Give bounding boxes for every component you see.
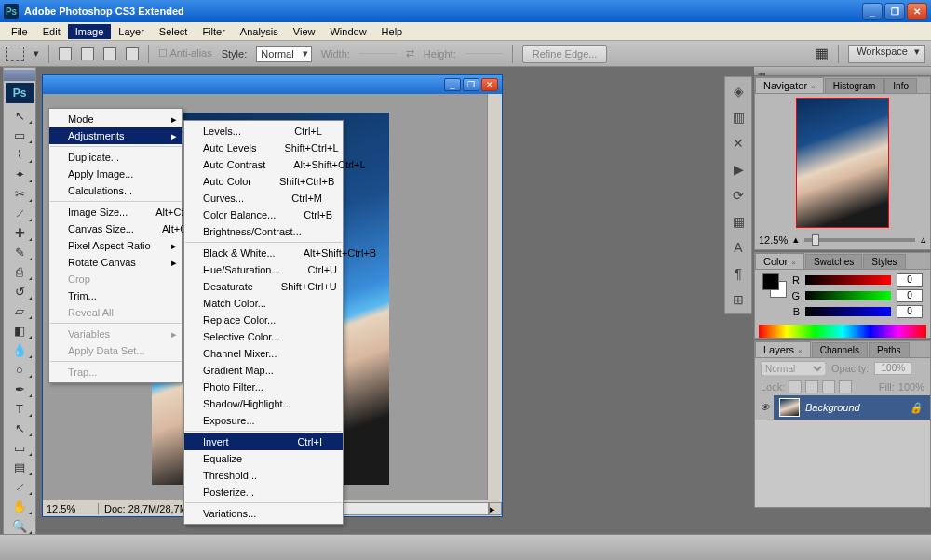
intersect-selection-icon[interactable] [126, 47, 139, 60]
menu-item-auto-contrast[interactable]: Auto ContrastAlt+Shift+Ctrl+L [184, 156, 343, 173]
go-to-bridge-icon[interactable]: ▦ [815, 45, 829, 62]
vertical-scrollbar[interactable] [487, 94, 502, 500]
paragraph-icon[interactable]: ¶ [726, 261, 750, 286]
color-spectrum[interactable] [759, 325, 926, 338]
g-slider[interactable] [805, 291, 891, 300]
layer-item-background[interactable]: 👁 Background 🔒 [755, 395, 930, 420]
layer-comps-icon[interactable]: ⊞ [726, 287, 750, 312]
menu-item-selective-color[interactable]: Selective Color... [184, 328, 343, 345]
menu-item-calculations[interactable]: Calculations... [49, 182, 182, 199]
actions-icon[interactable]: ▶ [726, 157, 750, 181]
wand-tool[interactable]: ✦ [7, 165, 33, 183]
menu-item-photo-filter[interactable]: Photo Filter... [184, 379, 343, 395]
navigator-thumbnail[interactable] [796, 98, 889, 228]
menu-item-color-balance[interactable]: Color Balance...Ctrl+B [184, 207, 343, 223]
navigator-zoom-value[interactable]: 12.5% [759, 234, 788, 246]
b-value[interactable]: 0 [897, 305, 923, 318]
menu-view[interactable]: View [286, 24, 323, 39]
menu-item-levels[interactable]: Levels...Ctrl+L [184, 123, 343, 140]
menu-item-match-color[interactable]: Match Color... [184, 295, 343, 312]
blur-tool[interactable]: 💧 [7, 340, 33, 359]
tab-info[interactable]: Info [884, 78, 917, 93]
slice-tool[interactable]: ⟋ [7, 204, 33, 222]
lock-position-icon[interactable] [822, 380, 835, 393]
subtract-selection-icon[interactable] [103, 47, 116, 60]
menu-item-hue-saturation[interactable]: Hue/Saturation...Ctrl+U [184, 261, 343, 278]
tab-color[interactable]: Color× [755, 253, 804, 269]
tab-swatches[interactable]: Swatches [805, 254, 862, 269]
lock-transparent-icon[interactable] [789, 380, 802, 393]
menu-item-curves[interactable]: Curves...Ctrl+M [184, 190, 343, 207]
new-selection-icon[interactable] [59, 47, 72, 60]
antialias-checkbox[interactable]: ☐ Anti-alias [158, 47, 212, 60]
heal-tool[interactable]: ✚ [7, 223, 33, 242]
menu-item-apply-image[interactable]: Apply Image... [49, 166, 182, 182]
tool-presets-icon[interactable]: ▦ [726, 209, 750, 233]
menu-item-image-size[interactable]: Image Size...Alt+Ctrl+I [49, 204, 182, 220]
menu-item-pixel-aspect-ratio[interactable]: Pixel Aspect Ratio [49, 237, 182, 254]
path-tool[interactable]: ↖ [7, 419, 33, 437]
move-tool[interactable]: ↖ [7, 106, 33, 125]
b-slider[interactable] [805, 307, 891, 316]
lock-pixels-icon[interactable] [805, 380, 818, 393]
shape-tool[interactable]: ▭ [7, 438, 33, 457]
menu-item-threshold[interactable]: Threshold... [184, 467, 343, 484]
menu-item-channel-mixer[interactable]: Channel Mixer... [184, 345, 343, 362]
menu-select[interactable]: Select [152, 24, 196, 39]
doc-titlebar[interactable]: _ ❐ ✕ [43, 75, 502, 94]
add-selection-icon[interactable] [81, 47, 94, 60]
zoom-tool[interactable]: 🔍 [7, 516, 33, 535]
menu-item-duplicate[interactable]: Duplicate... [49, 149, 182, 166]
menu-layer[interactable]: Layer [111, 24, 152, 39]
visibility-eye-icon[interactable]: 👁 [755, 395, 774, 420]
menu-item-gradient-map[interactable]: Gradient Map... [184, 362, 343, 379]
close-button[interactable]: ✕ [907, 3, 927, 20]
menu-item-replace-color[interactable]: Replace Color... [184, 312, 343, 328]
layer-name[interactable]: Background [805, 402, 860, 413]
menu-item-trim[interactable]: Trim... [49, 287, 182, 304]
menu-edit[interactable]: Edit [35, 24, 68, 39]
menu-item-desaturate[interactable]: DesaturateShift+Ctrl+U [184, 278, 343, 295]
maximize-button[interactable]: ❐ [884, 3, 905, 20]
zoom-in-icon[interactable]: ▵ [921, 233, 926, 246]
menu-item-auto-color[interactable]: Auto ColorShift+Ctrl+B [184, 173, 343, 190]
menu-item-brightness-contrast[interactable]: Brightness/Contrast... [184, 223, 343, 240]
menu-item-exposure[interactable]: Exposure... [184, 412, 343, 429]
marquee-tool[interactable]: ▭ [7, 126, 33, 144]
crop-tool[interactable]: ✂ [7, 184, 33, 203]
menu-help[interactable]: Help [374, 24, 411, 39]
menu-item-auto-levels[interactable]: Auto LevelsShift+Ctrl+L [184, 140, 343, 156]
toolbox-grip[interactable] [4, 70, 35, 81]
doc-minimize-button[interactable]: _ [444, 78, 461, 91]
style-select[interactable]: Normal [256, 46, 311, 62]
menu-item-canvas-size[interactable]: Canvas Size...Alt+Ctrl+C [49, 220, 182, 237]
stamp-tool[interactable]: ⎙ [7, 262, 33, 281]
gradient-tool[interactable]: ◧ [7, 321, 33, 340]
pen-tool[interactable]: ✒ [7, 380, 33, 398]
zoom-out-icon[interactable]: ▴ [793, 233, 799, 246]
menu-item-invert[interactable]: InvertCtrl+I [184, 433, 343, 450]
workspace-button[interactable]: Workspace [848, 45, 925, 63]
menu-item-adjustments[interactable]: Adjustments [49, 127, 182, 144]
brush-tool[interactable]: ✎ [7, 243, 33, 261]
tab-channels[interactable]: Channels [812, 342, 868, 357]
zoom-field[interactable]: 12.5% [43, 503, 99, 514]
type-tool[interactable]: T [7, 399, 33, 418]
tab-paths[interactable]: Paths [869, 342, 910, 357]
menu-item-mode[interactable]: Mode [49, 111, 182, 127]
tab-navigator[interactable]: Navigator× [755, 77, 824, 93]
layer-thumbnail[interactable] [779, 398, 800, 417]
dock-grip[interactable]: ◂◂ [754, 67, 931, 76]
tab-histogram[interactable]: Histogram [825, 78, 884, 93]
lasso-tool[interactable]: ⌇ [7, 145, 33, 164]
history-brush-tool[interactable]: ↺ [7, 282, 33, 300]
menu-file[interactable]: File [4, 24, 35, 39]
notes-tool[interactable]: ▤ [7, 458, 33, 476]
navigator-icon[interactable]: ◈ [726, 79, 750, 103]
r-slider[interactable] [805, 275, 891, 285]
menu-analysis[interactable]: Analysis [233, 24, 286, 39]
menu-window[interactable]: Window [322, 24, 373, 39]
eyedropper-tool[interactable]: ⟋ [7, 477, 33, 496]
eraser-tool[interactable]: ▱ [7, 301, 33, 320]
menu-image[interactable]: Image [68, 24, 112, 39]
